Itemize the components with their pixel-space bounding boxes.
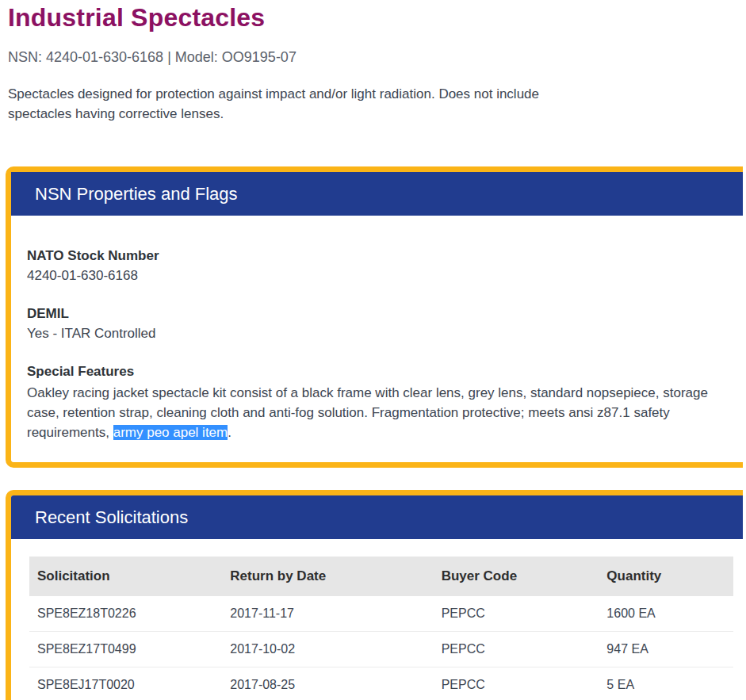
column-header-quantity: Quantity [599, 557, 733, 596]
item-description: Spectacles designed for protection again… [8, 84, 555, 124]
column-header-buyer-code: Buyer Code [434, 557, 599, 596]
field-special-features: Special Features Oakley racing jacket sp… [27, 363, 733, 442]
cell-quantity: 947 EA [599, 632, 733, 667]
special-features-text: Oakley racing jacket spectacle kit consi… [27, 383, 731, 442]
column-header-return-by-date: Return by Date [222, 557, 433, 596]
field-value: Yes - ITAR Controlled [27, 325, 733, 342]
table-row: SPE8EJ17T0020 2017-08-25 PEPCC 5 EA [29, 667, 733, 700]
nsn-properties-section: NSN Properties and Flags NATO Stock Numb… [6, 166, 743, 468]
cell-quantity: 5 EA [599, 667, 733, 700]
selected-text: army peo apel item [113, 425, 228, 440]
recent-solicitations-section: Recent Solicitations Solicitation Return… [6, 490, 743, 700]
cell-buyer-code: PEPCC [434, 632, 599, 667]
solicitations-table: Solicitation Return by Date Buyer Code Q… [29, 557, 733, 700]
field-label: NATO Stock Number [27, 247, 733, 265]
cell-return-by-date: 2017-11-17 [222, 596, 433, 632]
recent-solicitations-header: Recent Solicitations [11, 495, 743, 539]
field-value: 4240-01-630-6168 [27, 267, 733, 285]
cell-return-by-date: 2017-10-02 [222, 632, 433, 667]
cell-quantity: 1600 EA [599, 596, 733, 632]
page-title: Industrial Spectacles [8, 3, 746, 32]
field-nato-stock-number: NATO Stock Number 4240-01-630-6168 [27, 247, 733, 285]
table-row: SPE8EZ18T0226 2017-11-17 PEPCC 1600 EA [29, 596, 733, 632]
field-label: DEMIL [27, 305, 733, 323]
column-header-solicitation: Solicitation [29, 557, 222, 596]
cell-buyer-code: PEPCC [434, 667, 599, 700]
cell-solicitation: SPE8EZ18T0226 [29, 596, 222, 632]
cell-solicitation: SPE8EZ17T0499 [29, 632, 222, 667]
cell-return-by-date: 2017-08-25 [222, 667, 433, 700]
field-label: Special Features [27, 363, 733, 381]
table-row: SPE8EZ17T0499 2017-10-02 PEPCC 947 EA [29, 632, 733, 667]
nsn-model-subtitle: NSN: 4240-01-630-6168 | Model: OO9195-07 [8, 48, 746, 66]
table-header-row: Solicitation Return by Date Buyer Code Q… [29, 557, 733, 596]
nsn-properties-content: NATO Stock Number 4240-01-630-6168 DEMIL… [11, 216, 743, 462]
field-demil: DEMIL Yes - ITAR Controlled [27, 305, 733, 342]
cell-buyer-code: PEPCC [434, 596, 599, 632]
cell-solicitation: SPE8EJ17T0020 [29, 667, 222, 700]
nsn-detail-page: { "page": { "title": "Industrial Spectac… [0, 0, 746, 700]
features-text-after: . [228, 425, 231, 440]
solicitations-table-wrap: Solicitation Return by Date Buyer Code Q… [11, 539, 743, 700]
nsn-properties-header: NSN Properties and Flags [11, 172, 743, 216]
